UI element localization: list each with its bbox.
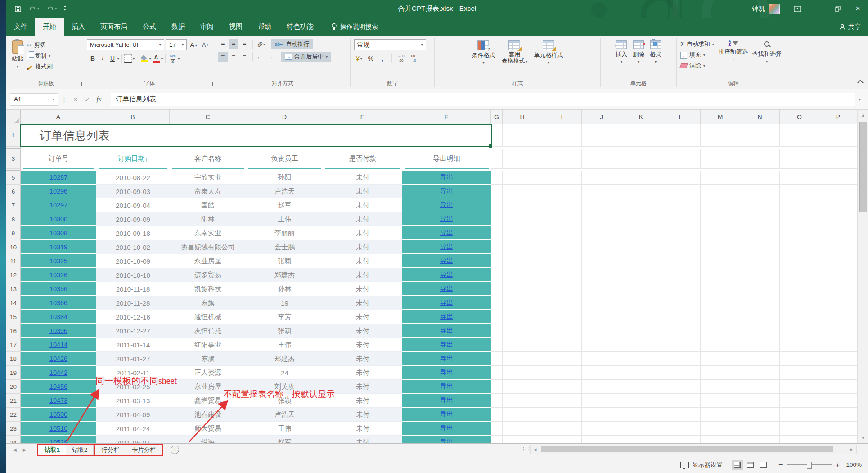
cell-employee[interactable]: 赵军 bbox=[246, 198, 323, 212]
cell-empty[interactable] bbox=[503, 380, 542, 394]
cell-empty[interactable] bbox=[582, 324, 621, 338]
find-select-button[interactable]: 查找和选择▾ bbox=[752, 38, 782, 79]
cell-empty[interactable] bbox=[740, 296, 780, 310]
cell-customer[interactable]: 悦海 bbox=[170, 436, 246, 443]
cell-empty[interactable] bbox=[819, 324, 857, 338]
cell-empty[interactable] bbox=[621, 338, 661, 352]
orientation-icon[interactable]: ab▾ bbox=[256, 39, 266, 49]
cell-empty[interactable] bbox=[740, 338, 780, 352]
row-header-11[interactable]: 11 bbox=[6, 254, 21, 268]
cell-paid[interactable]: 未付 bbox=[323, 240, 402, 254]
cell-empty[interactable] bbox=[542, 268, 582, 282]
cell-empty[interactable] bbox=[542, 296, 582, 310]
cell-empty[interactable] bbox=[701, 338, 740, 352]
cell-empty[interactable] bbox=[819, 149, 857, 169]
cell-empty[interactable] bbox=[621, 185, 661, 198]
cell-empty[interactable] bbox=[491, 436, 503, 443]
zoom-in-icon[interactable]: + bbox=[836, 461, 840, 468]
cell-empty[interactable] bbox=[701, 394, 740, 408]
cell-empty[interactable] bbox=[542, 254, 582, 268]
cell-paid[interactable]: 未付 bbox=[323, 408, 402, 422]
cell-empty[interactable] bbox=[503, 422, 542, 436]
cell-empty[interactable] bbox=[491, 171, 503, 185]
cell-date[interactable]: 2011-04-24 bbox=[96, 422, 170, 436]
order-number-link[interactable]: 10426 bbox=[49, 355, 67, 362]
cell-empty[interactable] bbox=[819, 198, 857, 212]
borders-icon[interactable]: ▾ bbox=[124, 54, 135, 63]
column-header-E[interactable]: E bbox=[323, 110, 402, 124]
cell-date[interactable]: 2010-09-04 bbox=[96, 198, 170, 212]
cell-styles-button[interactable]: 单元格样式 ▾ bbox=[534, 38, 563, 79]
cell-empty[interactable] bbox=[621, 240, 661, 254]
column-header-H[interactable]: H bbox=[503, 110, 542, 124]
table-header-col5[interactable]: 导出明细 bbox=[402, 149, 491, 169]
export-link[interactable]: 导出 bbox=[440, 424, 453, 432]
cell-empty[interactable] bbox=[621, 380, 661, 394]
row-header-14[interactable]: 14 bbox=[6, 296, 21, 310]
cell-empty[interactable] bbox=[780, 310, 819, 324]
cell-empty[interactable] bbox=[740, 240, 780, 254]
cell-empty[interactable] bbox=[701, 254, 740, 268]
cell-customer[interactable]: 友恒信托 bbox=[170, 324, 246, 338]
cell-date[interactable]: 2010-09-18 bbox=[96, 226, 170, 240]
cell-empty[interactable] bbox=[621, 226, 661, 240]
cell-empty[interactable] bbox=[819, 254, 857, 268]
order-number-link[interactable]: 10500 bbox=[49, 411, 67, 418]
cell-paid[interactable]: 未付 bbox=[323, 310, 402, 324]
sort-filter-button[interactable]: AZ 排序和筛选▾ bbox=[719, 38, 748, 79]
export-link[interactable]: 导出 bbox=[440, 354, 453, 363]
cell-empty[interactable] bbox=[542, 226, 582, 240]
cell-customer[interactable]: 东旗 bbox=[170, 296, 246, 310]
row-header-20[interactable]: 20 bbox=[6, 380, 21, 394]
cell-empty[interactable] bbox=[661, 394, 701, 408]
alignment-dialog-launcher[interactable] bbox=[344, 82, 348, 86]
cell-empty[interactable] bbox=[819, 171, 857, 185]
cell-empty[interactable] bbox=[780, 240, 819, 254]
font-color-icon[interactable]: A bbox=[151, 54, 161, 63]
order-number-link[interactable]: 10300 bbox=[49, 216, 67, 223]
cell-customer[interactable]: 池春建设 bbox=[170, 408, 246, 422]
cell-empty[interactable] bbox=[780, 352, 819, 366]
order-number-link[interactable]: 10414 bbox=[49, 341, 67, 348]
cell-empty[interactable] bbox=[621, 366, 661, 380]
shrink-font-icon[interactable]: A▾ bbox=[200, 40, 210, 50]
cell-empty[interactable] bbox=[661, 171, 701, 185]
cell-date[interactable]: 2010-09-09 bbox=[96, 212, 170, 226]
cell-empty[interactable] bbox=[701, 240, 740, 254]
row-header-24[interactable]: 24 bbox=[6, 436, 21, 443]
cell-customer[interactable]: 师大贸易 bbox=[170, 422, 246, 436]
cell-empty[interactable] bbox=[491, 240, 503, 254]
cell-empty[interactable] bbox=[819, 268, 857, 282]
format-cells-button[interactable]: ↔ 格式▾ bbox=[650, 38, 661, 79]
cell-empty[interactable] bbox=[740, 422, 780, 436]
cell-empty[interactable] bbox=[503, 366, 542, 380]
cell-empty[interactable] bbox=[780, 394, 819, 408]
cell-empty[interactable] bbox=[621, 198, 661, 212]
minimize-button[interactable]: ─ bbox=[807, 0, 828, 18]
underline-button[interactable]: U bbox=[108, 54, 117, 63]
cell-empty[interactable] bbox=[661, 310, 701, 324]
cell-date[interactable]: 2010-08-22 bbox=[96, 171, 170, 185]
cell-date[interactable]: 2010-09-03 bbox=[96, 185, 170, 198]
order-number-link[interactable]: 10319 bbox=[49, 243, 67, 251]
cell-empty[interactable] bbox=[780, 366, 819, 380]
cell-empty[interactable] bbox=[661, 124, 701, 147]
phonetic-guide-icon[interactable]: wén文 bbox=[168, 54, 178, 63]
cell-empty[interactable] bbox=[503, 240, 542, 254]
user-name[interactable]: 钟凯 bbox=[752, 5, 765, 13]
row-header-1[interactable]: 1 bbox=[6, 124, 21, 147]
export-link[interactable]: 导出 bbox=[440, 312, 453, 321]
cell-empty[interactable] bbox=[819, 212, 857, 226]
cell-date[interactable]: 2010-10-09 bbox=[96, 254, 170, 268]
decrease-indent-icon[interactable]: ←≡ bbox=[256, 52, 266, 62]
cell-empty[interactable] bbox=[582, 338, 621, 352]
cell-employee[interactable]: 孙阳 bbox=[246, 171, 323, 185]
table-header-date[interactable]: 订购日期↑ bbox=[96, 149, 170, 169]
cell-empty[interactable] bbox=[819, 240, 857, 254]
row-header-19[interactable]: 19 bbox=[6, 366, 21, 380]
export-link[interactable]: 导出 bbox=[440, 368, 453, 377]
cell-employee[interactable]: 李芳 bbox=[246, 310, 323, 324]
wrap-text-button[interactable]: ab↩ 自动换行 bbox=[271, 39, 313, 49]
cell-empty[interactable] bbox=[621, 296, 661, 310]
cell-empty[interactable] bbox=[582, 149, 621, 169]
